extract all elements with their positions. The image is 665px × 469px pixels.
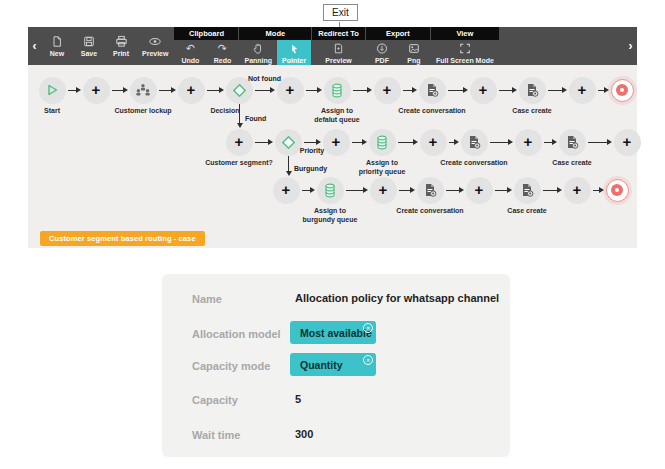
plus-node[interactable]: + [470, 77, 497, 104]
export-png-button[interactable]: Png [398, 40, 430, 67]
doc-node[interactable] [519, 77, 546, 104]
button-label: PDF [375, 57, 389, 65]
save-button[interactable]: Save [73, 33, 105, 60]
capacity-mode-chip[interactable]: Quantity ✕ [290, 353, 376, 376]
node-label: Case create [524, 158, 620, 167]
doc-node[interactable] [559, 129, 586, 156]
flow-arrow [255, 142, 269, 143]
queue-node[interactable] [324, 77, 351, 104]
plus-node[interactable]: + [370, 177, 397, 204]
redo-button[interactable]: ↷ Redo [206, 40, 238, 67]
end-node[interactable] [611, 79, 634, 102]
end-target-icon [616, 84, 628, 96]
undo-button[interactable]: ↶ Undo [174, 40, 206, 67]
plus-node[interactable]: + [323, 129, 350, 156]
new-button[interactable]: New [41, 33, 73, 60]
doc-node[interactable] [419, 77, 446, 104]
button-label: Save [81, 50, 97, 58]
queue-database-icon [374, 134, 390, 151]
flow-arrow [255, 90, 271, 91]
png-icon [408, 42, 420, 55]
group-title: Export [366, 27, 430, 40]
wait-time-label: Wait time [192, 429, 241, 441]
toolbar: ‹ New Save Print Preview Clip [28, 27, 637, 65]
flow-arrowhead [171, 87, 176, 93]
doc-node[interactable] [514, 177, 541, 204]
page-preview-icon [333, 42, 344, 55]
queue-node[interactable] [317, 177, 344, 204]
flow-arrow [588, 142, 608, 143]
toolbar-scroll-right[interactable]: › [624, 27, 637, 65]
flow-arrowhead [557, 187, 562, 193]
button-label: Panning [244, 57, 272, 65]
preview-button[interactable]: Preview [137, 33, 173, 60]
doc-node[interactable] [461, 129, 488, 156]
button-label: Undo [182, 57, 200, 65]
plus-node[interactable]: + [420, 129, 447, 156]
plus-node[interactable]: + [569, 77, 596, 104]
plus-node[interactable]: + [466, 177, 493, 204]
fullscreen-icon [459, 42, 471, 55]
flow-arrowhead [604, 87, 609, 93]
flow-canvas[interactable]: Customer segment based routing - case St… [28, 65, 637, 248]
capacity-value: 5 [295, 393, 301, 405]
plus-node[interactable]: + [277, 77, 304, 104]
node-label: Assign to burgundy queue [282, 206, 378, 224]
flow-arrowhead [123, 87, 128, 93]
panning-button[interactable]: Panning [239, 40, 277, 67]
toolbar-scroll-left[interactable]: ‹ [28, 27, 41, 65]
flow-arrowhead [270, 87, 275, 93]
start-node[interactable] [39, 77, 66, 104]
plus-node[interactable]: + [226, 129, 253, 156]
redirect-preview-button[interactable]: Preview [320, 40, 356, 67]
node-label: Decision [177, 106, 273, 115]
toolbar-group-redirect-to: Redirect To Preview [312, 27, 365, 65]
end-node[interactable] [606, 179, 629, 202]
redo-icon: ↷ [218, 42, 227, 55]
flow-arrow [446, 190, 460, 191]
lookup-node[interactable] [130, 77, 157, 104]
document-action-icon [524, 82, 540, 98]
group-title: Clipboard [174, 27, 238, 40]
export-pdf-button[interactable]: PDF [366, 40, 398, 67]
chip-remove-icon[interactable]: ✕ [363, 323, 373, 333]
flow-arrowhead [562, 87, 567, 93]
plus-node[interactable]: + [614, 129, 641, 156]
plus-node[interactable]: + [374, 77, 401, 104]
plus-node[interactable]: + [83, 77, 110, 104]
flow-arrow [543, 190, 558, 191]
flow-arrowhead [607, 139, 612, 145]
flow-arrowhead [316, 139, 321, 145]
flow-arrowhead [362, 139, 367, 145]
flow-arrowhead [310, 187, 315, 193]
flow-arrowhead [317, 87, 322, 93]
pointer-button[interactable]: Pointer [277, 40, 311, 67]
node-label: Case create [479, 206, 575, 215]
flow-arrow [346, 190, 364, 191]
print-button[interactable]: Print [105, 33, 137, 60]
flow-arrow [353, 90, 368, 91]
queue-node[interactable] [369, 129, 396, 156]
new-file-icon [51, 35, 63, 48]
node-label: Create conversation [382, 206, 478, 215]
doc-node[interactable] [417, 177, 444, 204]
plus-node[interactable]: + [273, 177, 300, 204]
toolbar-spacer [499, 27, 624, 65]
toolbar-group-export: Export PDF Png [366, 27, 430, 65]
chip-remove-icon[interactable]: ✕ [363, 355, 373, 365]
full-screen-mode-button[interactable]: Full Screen Mode [431, 40, 499, 67]
file-button-cluster: New Save Print Preview [41, 27, 173, 65]
node-label: Customer lockup [95, 106, 191, 115]
flow-branch-line [239, 104, 240, 124]
pdf-icon [376, 42, 388, 55]
plus-node[interactable]: + [178, 77, 205, 104]
hand-icon [252, 42, 264, 55]
customer-group-icon [134, 82, 152, 98]
plus-node[interactable]: + [515, 129, 542, 156]
plus-node[interactable]: + [564, 177, 591, 204]
allocation-model-chip[interactable]: Most available ✕ [290, 321, 376, 344]
cursor-icon [289, 42, 300, 55]
flow-arrowhead [459, 187, 464, 193]
exit-button[interactable]: Exit [323, 4, 358, 21]
flow-arrowhead [219, 87, 224, 93]
